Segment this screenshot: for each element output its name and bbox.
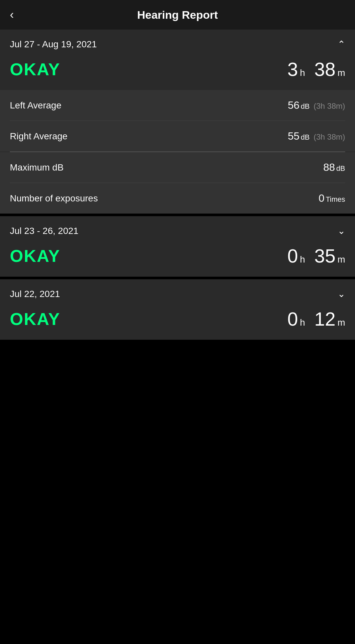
hours-value-2: 0: [287, 245, 298, 267]
status-badge-1: OKAY: [10, 59, 60, 79]
details-group-1: Left Average 56 dB (3h 38m) Right Averag…: [0, 90, 355, 151]
report-date-2: Jul 23 - 26, 2021: [10, 226, 79, 236]
detail-left-average: Left Average 56 dB (3h 38m): [10, 90, 345, 121]
minutes-unit-2: m: [338, 254, 345, 265]
report-header-1[interactable]: Jul 27 - Aug 19, 2021 ⌃: [0, 30, 355, 56]
report-item-1: Jul 27 - Aug 19, 2021 ⌃ OKAY 3 h 38 m Le…: [0, 30, 355, 214]
status-badge-2: OKAY: [10, 246, 60, 266]
left-avg-number: 56: [288, 99, 299, 111]
page-title: Hearing Report: [137, 9, 218, 21]
detail-right-average: Right Average 55 dB (3h 38m): [10, 121, 345, 151]
max-db-number: 88: [323, 161, 335, 173]
minutes-unit-1: m: [338, 68, 345, 78]
detail-value-exposures: 0 Times: [319, 192, 345, 204]
exposures-unit: Times: [326, 195, 345, 204]
report-summary-1: OKAY 3 h 38 m: [0, 56, 355, 90]
chevron-up-icon-1: ⌃: [338, 39, 345, 50]
detail-exposures: Number of exposures 0 Times: [10, 183, 345, 214]
detail-label-max-db: Maximum dB: [10, 162, 63, 173]
content-area: Jul 27 - Aug 19, 2021 ⌃ OKAY 3 h 38 m Le…: [0, 30, 355, 340]
right-avg-sub: (3h 38m): [314, 132, 345, 142]
detail-value-left-avg: 56 dB (3h 38m): [288, 99, 345, 111]
exposures-number: 0: [319, 192, 324, 204]
report-summary-3: OKAY 0 h 12 m: [0, 305, 355, 340]
minutes-value-2: 35: [314, 245, 336, 267]
hours-unit-2: h: [300, 254, 305, 265]
right-avg-unit: dB: [301, 133, 310, 142]
report-item-3: Jul 22, 2021 ⌄ OKAY 0 h 12 m: [0, 279, 355, 340]
app-header: ‹ Hearing Report: [0, 0, 355, 30]
detail-label-exposures: Number of exposures: [10, 193, 98, 204]
right-avg-number: 55: [288, 130, 299, 142]
detail-value-max-db: 88 dB: [323, 161, 345, 173]
time-display-1: 3 h 38 m: [287, 58, 345, 80]
minutes-value-1: 38: [314, 58, 336, 80]
report-date-3: Jul 22, 2021: [10, 289, 60, 299]
report-item-2: Jul 23 - 26, 2021 ⌄ OKAY 0 h 35 m: [0, 216, 355, 277]
hours-unit-3: h: [300, 317, 305, 328]
max-db-unit: dB: [336, 164, 345, 173]
detail-maximum-db: Maximum dB 88 dB: [10, 152, 345, 183]
back-button[interactable]: ‹: [10, 8, 14, 22]
time-display-2: 0 h 35 m: [287, 245, 345, 267]
chevron-down-icon-3: ⌄: [338, 288, 345, 299]
details-group-2: Maximum dB 88 dB Number of exposures 0 T…: [0, 152, 355, 214]
report-header-3[interactable]: Jul 22, 2021 ⌄: [0, 279, 355, 305]
hours-unit-1: h: [300, 68, 305, 78]
report-summary-2: OKAY 0 h 35 m: [0, 242, 355, 277]
left-avg-unit: dB: [301, 102, 310, 111]
time-display-3: 0 h 12 m: [287, 308, 345, 330]
chevron-down-icon-2: ⌄: [338, 225, 345, 236]
minutes-value-3: 12: [314, 308, 336, 330]
report-header-2[interactable]: Jul 23 - 26, 2021 ⌄: [0, 216, 355, 242]
detail-value-right-avg: 55 dB (3h 38m): [288, 130, 345, 142]
minutes-unit-3: m: [338, 317, 345, 328]
detail-label-right-avg: Right Average: [10, 131, 67, 142]
report-date-1: Jul 27 - Aug 19, 2021: [10, 39, 97, 50]
hours-value-3: 0: [287, 308, 298, 330]
status-badge-3: OKAY: [10, 309, 60, 329]
left-avg-sub: (3h 38m): [314, 102, 345, 111]
detail-label-left-avg: Left Average: [10, 100, 61, 111]
hours-value-1: 3: [287, 58, 298, 80]
